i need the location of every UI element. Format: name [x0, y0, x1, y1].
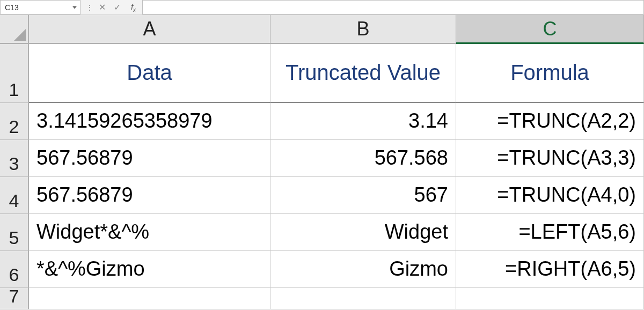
cell-c3[interactable]: =TRUNC(A3,3) [456, 140, 644, 177]
insert-function-button[interactable]: fx [125, 0, 143, 14]
cell-value: =TRUNC(A4,0) [497, 183, 636, 206]
row-label: 6 [9, 264, 19, 285]
cell-value: =LEFT(A5,6) [518, 220, 636, 243]
cell-value: *&^%Gizmo [36, 257, 145, 281]
row-label: 5 [9, 227, 19, 248]
row-header-4[interactable]: 4 [0, 177, 29, 214]
cell-value: 567 [414, 183, 448, 206]
chevron-down-icon[interactable] [72, 6, 77, 9]
row-label: 3 [9, 153, 19, 174]
cell-value: Widget [385, 220, 448, 243]
cell-a4[interactable]: 567.56879 [29, 177, 270, 214]
check-icon: ✓ [114, 2, 121, 12]
cell-a6[interactable]: *&^%Gizmo [29, 251, 270, 288]
cell-value: 3.14 [408, 109, 448, 132]
cell-c1[interactable]: Formula [456, 44, 644, 103]
column-header-c[interactable]: C [456, 15, 644, 44]
row-label: 4 [9, 190, 19, 211]
cell-a1[interactable]: Data [29, 44, 270, 103]
row-header-2[interactable]: 2 [0, 103, 29, 140]
column-header-b[interactable]: B [270, 15, 456, 44]
formula-input[interactable] [143, 0, 644, 14]
cell-value: Formula [510, 60, 589, 85]
close-icon: ✕ [99, 2, 106, 12]
cell-b5[interactable]: Widget [270, 214, 456, 251]
cell-value: Truncated Value [286, 60, 441, 85]
select-all-corner[interactable] [0, 15, 29, 44]
name-box[interactable]: C13 [0, 0, 80, 14]
column-label: B [356, 18, 369, 40]
row-label: 2 [9, 116, 19, 137]
cell-b7[interactable] [270, 288, 456, 309]
row-header-6[interactable]: 6 [0, 251, 29, 288]
cell-value: =TRUNC(A3,3) [497, 146, 636, 169]
row-header-1[interactable]: 1 [0, 44, 29, 103]
row-header-3[interactable]: 3 [0, 140, 29, 177]
cell-value: Gizmo [389, 257, 448, 281]
cell-value: 567.568 [375, 146, 448, 169]
separator [80, 0, 85, 14]
column-label: C [543, 18, 557, 40]
spreadsheet-grid: A B C 1 Data Truncated Value Formula 2 3… [0, 15, 644, 309]
cell-b1[interactable]: Truncated Value [270, 44, 456, 103]
cell-value: =TRUNC(A2,2) [497, 109, 636, 132]
cell-value: Data [127, 60, 172, 85]
row-header-5[interactable]: 5 [0, 214, 29, 251]
column-label: A [143, 18, 156, 40]
row-label: 7 [9, 286, 19, 307]
column-header-a[interactable]: A [29, 15, 270, 44]
cell-b3[interactable]: 567.568 [270, 140, 456, 177]
drag-handle-icon[interactable]: ⋮ [85, 3, 94, 12]
cell-c6[interactable]: =RIGHT(A6,5) [456, 251, 644, 288]
cell-b4[interactable]: 567 [270, 177, 456, 214]
cell-b2[interactable]: 3.14 [270, 103, 456, 140]
formula-bar: C13 ⋮ ✕ ✓ fx [0, 0, 644, 15]
cell-value: =RIGHT(A6,5) [505, 257, 636, 281]
cell-a5[interactable]: Widget*&^% [29, 214, 270, 251]
enter-button[interactable]: ✓ [109, 0, 125, 14]
cell-c4[interactable]: =TRUNC(A4,0) [456, 177, 644, 214]
cell-c5[interactable]: =LEFT(A5,6) [456, 214, 644, 251]
cell-a2[interactable]: 3.14159265358979 [29, 103, 270, 140]
cell-value: 567.56879 [36, 146, 133, 169]
cell-a7[interactable] [29, 288, 270, 309]
row-header-7[interactable]: 7 [0, 288, 29, 309]
row-label: 1 [9, 79, 19, 100]
fx-icon: fx [131, 2, 136, 13]
cell-c7[interactable] [456, 288, 644, 309]
cell-c2[interactable]: =TRUNC(A2,2) [456, 103, 644, 140]
cell-a3[interactable]: 567.56879 [29, 140, 270, 177]
cell-value: Widget*&^% [36, 220, 149, 243]
cell-b6[interactable]: Gizmo [270, 251, 456, 288]
cancel-button[interactable]: ✕ [94, 0, 109, 14]
name-box-value: C13 [5, 3, 19, 12]
cell-value: 567.56879 [36, 183, 133, 206]
cell-value: 3.14159265358979 [36, 109, 213, 132]
